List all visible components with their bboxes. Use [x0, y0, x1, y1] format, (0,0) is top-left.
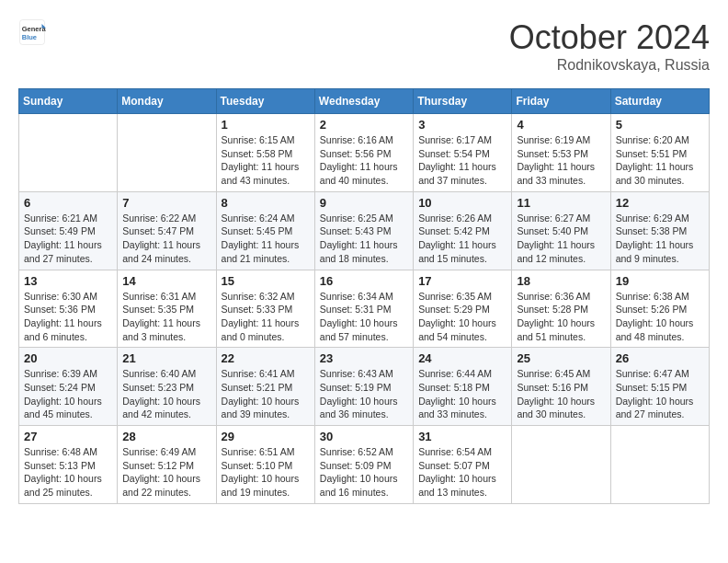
- table-row: 20 Sunrise: 6:39 AMSunset: 5:24 PMDaylig…: [19, 348, 118, 426]
- table-row: 5 Sunrise: 6:20 AMSunset: 5:51 PMDayligh…: [610, 114, 709, 192]
- day-info: Sunrise: 6:54 AMSunset: 5:07 PMDaylight:…: [418, 445, 506, 500]
- day-number: 10: [418, 196, 506, 210]
- svg-text:Blue: Blue: [22, 33, 37, 41]
- day-info: Sunrise: 6:16 AMSunset: 5:56 PMDaylight:…: [320, 133, 408, 188]
- day-info: Sunrise: 6:51 AMSunset: 5:10 PMDaylight:…: [222, 445, 310, 500]
- table-row: 18 Sunrise: 6:36 AMSunset: 5:28 PMDaylig…: [512, 270, 610, 348]
- table-row: 13 Sunrise: 6:30 AMSunset: 5:36 PMDaylig…: [19, 270, 118, 348]
- logo: General Blue: [18, 18, 46, 46]
- col-thursday: Thursday: [414, 89, 512, 114]
- day-info: Sunrise: 6:41 AMSunset: 5:21 PMDaylight:…: [222, 367, 310, 421]
- day-info: Sunrise: 6:24 AMSunset: 5:45 PMDaylight:…: [222, 212, 310, 266]
- day-number: 28: [122, 430, 210, 443]
- day-number: 8: [222, 196, 310, 210]
- table-row: 12 Sunrise: 6:29 AMSunset: 5:38 PMDaylig…: [610, 191, 709, 270]
- col-friday: Friday: [512, 89, 610, 114]
- logo-icon: General Blue: [18, 18, 46, 46]
- day-number: 4: [517, 118, 605, 132]
- day-info: Sunrise: 6:25 AMSunset: 5:43 PMDaylight:…: [320, 212, 408, 266]
- day-number: 23: [320, 351, 408, 365]
- day-number: 30: [320, 430, 408, 443]
- col-sunday: Sunday: [19, 89, 118, 114]
- day-number: 21: [122, 351, 210, 365]
- day-info: Sunrise: 6:32 AMSunset: 5:33 PMDaylight:…: [222, 290, 310, 344]
- day-info: Sunrise: 6:31 AMSunset: 5:35 PMDaylight:…: [122, 290, 210, 344]
- table-row: [610, 426, 709, 504]
- table-row: [512, 426, 610, 504]
- day-info: Sunrise: 6:43 AMSunset: 5:19 PMDaylight:…: [320, 367, 408, 421]
- table-row: 31 Sunrise: 6:54 AMSunset: 5:07 PMDaylig…: [414, 426, 512, 504]
- day-number: 16: [320, 274, 408, 288]
- day-number: 29: [222, 430, 310, 443]
- day-info: Sunrise: 6:19 AMSunset: 5:53 PMDaylight:…: [517, 133, 605, 188]
- table-row: 30 Sunrise: 6:52 AMSunset: 5:09 PMDaylig…: [314, 426, 413, 504]
- day-number: 11: [517, 196, 605, 210]
- day-info: Sunrise: 6:29 AMSunset: 5:38 PMDaylight:…: [616, 212, 704, 266]
- table-row: 6 Sunrise: 6:21 AMSunset: 5:49 PMDayligh…: [19, 191, 118, 270]
- day-number: 5: [616, 118, 704, 132]
- page-header: General Blue October 2024 Rodnikovskaya,…: [18, 18, 710, 74]
- day-number: 25: [517, 351, 605, 365]
- table-row: 21 Sunrise: 6:40 AMSunset: 5:23 PMDaylig…: [118, 348, 216, 426]
- table-row: 16 Sunrise: 6:34 AMSunset: 5:31 PMDaylig…: [314, 270, 413, 348]
- table-row: 1 Sunrise: 6:15 AMSunset: 5:58 PMDayligh…: [216, 114, 314, 192]
- calendar-week-row: 13 Sunrise: 6:30 AMSunset: 5:36 PMDaylig…: [19, 270, 710, 348]
- table-row: 26 Sunrise: 6:47 AMSunset: 5:15 PMDaylig…: [610, 348, 709, 426]
- day-number: 18: [517, 274, 605, 288]
- day-info: Sunrise: 6:27 AMSunset: 5:40 PMDaylight:…: [517, 212, 605, 266]
- table-row: 22 Sunrise: 6:41 AMSunset: 5:21 PMDaylig…: [216, 348, 314, 426]
- day-number: 3: [418, 118, 506, 132]
- table-row: 3 Sunrise: 6:17 AMSunset: 5:54 PMDayligh…: [414, 114, 512, 192]
- table-row: 27 Sunrise: 6:48 AMSunset: 5:13 PMDaylig…: [19, 426, 118, 504]
- col-monday: Monday: [118, 89, 216, 114]
- col-saturday: Saturday: [610, 89, 709, 114]
- day-number: 1: [222, 118, 310, 132]
- day-number: 9: [320, 196, 408, 210]
- table-row: 10 Sunrise: 6:26 AMSunset: 5:42 PMDaylig…: [414, 191, 512, 270]
- table-row: 15 Sunrise: 6:32 AMSunset: 5:33 PMDaylig…: [216, 270, 314, 348]
- table-row: 14 Sunrise: 6:31 AMSunset: 5:35 PMDaylig…: [118, 270, 216, 348]
- day-number: 20: [24, 351, 112, 365]
- table-row: 17 Sunrise: 6:35 AMSunset: 5:29 PMDaylig…: [414, 270, 512, 348]
- day-info: Sunrise: 6:26 AMSunset: 5:42 PMDaylight:…: [418, 212, 506, 266]
- day-info: Sunrise: 6:45 AMSunset: 5:16 PMDaylight:…: [517, 367, 605, 421]
- calendar-table: Sunday Monday Tuesday Wednesday Thursday…: [18, 88, 710, 504]
- table-row: 7 Sunrise: 6:22 AMSunset: 5:47 PMDayligh…: [118, 191, 216, 270]
- table-row: 9 Sunrise: 6:25 AMSunset: 5:43 PMDayligh…: [314, 191, 413, 270]
- day-info: Sunrise: 6:40 AMSunset: 5:23 PMDaylight:…: [122, 367, 210, 421]
- day-info: Sunrise: 6:39 AMSunset: 5:24 PMDaylight:…: [24, 367, 112, 421]
- calendar-week-row: 6 Sunrise: 6:21 AMSunset: 5:49 PMDayligh…: [19, 191, 710, 270]
- table-row: 29 Sunrise: 6:51 AMSunset: 5:10 PMDaylig…: [216, 426, 314, 504]
- day-number: 31: [418, 430, 506, 443]
- table-row: 25 Sunrise: 6:45 AMSunset: 5:16 PMDaylig…: [512, 348, 610, 426]
- day-info: Sunrise: 6:36 AMSunset: 5:28 PMDaylight:…: [517, 290, 605, 344]
- table-row: 2 Sunrise: 6:16 AMSunset: 5:56 PMDayligh…: [314, 114, 413, 192]
- day-number: 24: [418, 351, 506, 365]
- day-number: 12: [616, 196, 704, 210]
- day-number: 2: [320, 118, 408, 132]
- location-title: Rodnikovskaya, Russia: [509, 57, 710, 74]
- table-row: 8 Sunrise: 6:24 AMSunset: 5:45 PMDayligh…: [216, 191, 314, 270]
- day-info: Sunrise: 6:34 AMSunset: 5:31 PMDaylight:…: [320, 290, 408, 344]
- day-info: Sunrise: 6:52 AMSunset: 5:09 PMDaylight:…: [320, 445, 408, 500]
- day-info: Sunrise: 6:20 AMSunset: 5:51 PMDaylight:…: [616, 133, 704, 188]
- table-row: 23 Sunrise: 6:43 AMSunset: 5:19 PMDaylig…: [314, 348, 413, 426]
- day-number: 17: [418, 274, 506, 288]
- day-number: 19: [616, 274, 704, 288]
- day-number: 7: [122, 196, 210, 210]
- day-number: 13: [24, 274, 112, 288]
- table-row: 11 Sunrise: 6:27 AMSunset: 5:40 PMDaylig…: [512, 191, 610, 270]
- col-wednesday: Wednesday: [314, 89, 413, 114]
- day-info: Sunrise: 6:49 AMSunset: 5:12 PMDaylight:…: [122, 445, 210, 500]
- day-info: Sunrise: 6:35 AMSunset: 5:29 PMDaylight:…: [418, 290, 506, 344]
- day-number: 27: [24, 430, 112, 443]
- day-info: Sunrise: 6:44 AMSunset: 5:18 PMDaylight:…: [418, 367, 506, 421]
- day-info: Sunrise: 6:38 AMSunset: 5:26 PMDaylight:…: [616, 290, 704, 344]
- table-row: [19, 114, 118, 192]
- day-number: 26: [616, 351, 704, 365]
- table-row: 19 Sunrise: 6:38 AMSunset: 5:26 PMDaylig…: [610, 270, 709, 348]
- day-info: Sunrise: 6:15 AMSunset: 5:58 PMDaylight:…: [222, 133, 310, 188]
- day-info: Sunrise: 6:22 AMSunset: 5:47 PMDaylight:…: [122, 212, 210, 266]
- col-tuesday: Tuesday: [216, 89, 314, 114]
- table-row: [118, 114, 216, 192]
